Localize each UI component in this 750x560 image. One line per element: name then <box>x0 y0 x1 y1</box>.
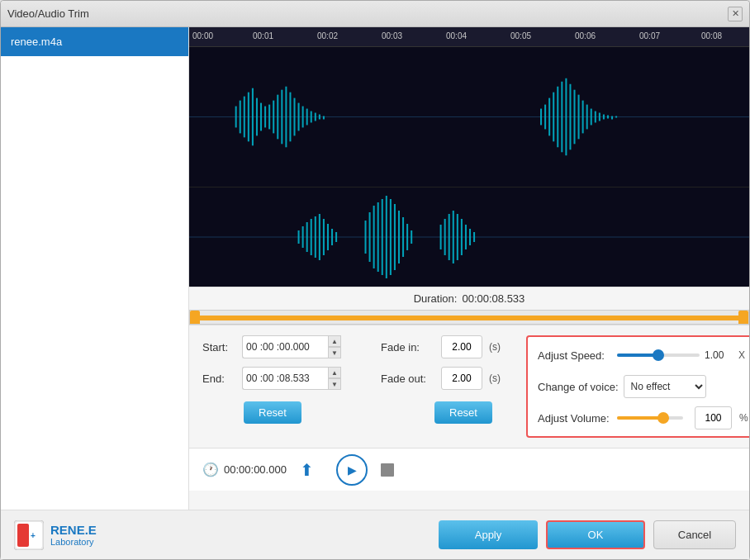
voice-row: Change of voice: No effect Male Female R… <box>538 375 749 398</box>
start-row: Start: ▲ ▼ <box>202 335 368 358</box>
start-up-btn[interactable]: ▲ <box>328 335 341 347</box>
waveform-area: 00:00 00:01 00:02 00:03 00:04 00:05 00:0… <box>189 27 749 325</box>
tick-1: 00:01 <box>253 31 273 40</box>
tick-4: 00:04 <box>446 31 467 40</box>
brand-subtitle: Laboratory <box>50 537 97 547</box>
play-main-icon: ▶ <box>348 463 357 477</box>
start-input[interactable] <box>242 335 329 358</box>
duration-label: Duration: <box>414 292 458 305</box>
waveform-upper-svg <box>189 47 749 187</box>
end-input[interactable] <box>242 367 329 390</box>
waveform-lower[interactable] <box>189 187 749 287</box>
volume-slider-fill <box>617 416 663 420</box>
waveform-lower-svg <box>189 187 749 287</box>
main-window: Video/Audio Trim ✕ renee.m4a 00:00 00:01… <box>0 0 750 560</box>
fade-in-label: Fade in: <box>381 341 434 354</box>
brand-text: RENE.E Laboratory <box>50 523 97 547</box>
footer-buttons: Apply OK Cancel <box>439 520 736 549</box>
duration-bar: Duration: 00:00:08.533 <box>189 287 749 310</box>
cancel-button[interactable]: Cancel <box>653 520 736 549</box>
end-input-wrapper: ▲ ▼ <box>242 367 341 390</box>
controls-right: Adjust Speed: 1.00 X ▶ Change of v <box>526 335 749 438</box>
start-down-btn[interactable]: ▼ <box>328 347 341 358</box>
tick-5: 00:05 <box>510 31 531 40</box>
reset-row-2: Reset <box>381 398 513 424</box>
play-main-button[interactable]: ▶ <box>336 454 368 486</box>
end-row: End: ▲ ▼ <box>202 367 368 390</box>
fade-out-unit: (s) <box>489 373 501 384</box>
voice-label: Change of voice: <box>538 381 619 393</box>
fade-in-row: Fade in: (s) <box>381 335 513 358</box>
speed-row: Adjust Speed: 1.00 X ▶ <box>538 344 749 367</box>
end-spinners: ▲ ▼ <box>328 367 341 390</box>
export-button[interactable]: ⬆ <box>300 458 323 482</box>
tick-8: 00:08 <box>701 31 722 40</box>
reset-button-1[interactable]: Reset <box>244 401 301 424</box>
end-down-btn[interactable]: ▼ <box>328 378 341 390</box>
volume-unit: % <box>739 412 748 424</box>
waveform-upper[interactable] <box>189 47 749 187</box>
ok-button[interactable]: OK <box>546 520 645 549</box>
window-title: Video/Audio Trim <box>7 7 89 20</box>
footer: + RENE.E Laboratory Apply OK Cancel <box>1 510 749 559</box>
tick-7: 00:07 <box>639 31 660 40</box>
speed-slider-thumb[interactable] <box>653 349 664 361</box>
speed-slider-track[interactable] <box>617 354 700 357</box>
playback-time: 🕐 00:00:00.000 <box>202 462 287 477</box>
trim-range <box>190 316 748 320</box>
end-label: End: <box>202 373 235 385</box>
tick-0: 00:00 <box>192 31 213 40</box>
start-input-wrapper: ▲ ▼ <box>242 335 341 358</box>
fade-out-input[interactable] <box>441 367 482 390</box>
right-panel: 00:00 00:01 00:02 00:03 00:04 00:05 00:0… <box>189 27 749 510</box>
playback-time-value: 00:00:00.000 <box>224 463 287 476</box>
start-spinners: ▲ ▼ <box>328 335 341 358</box>
stop-button[interactable] <box>381 463 394 477</box>
export-icon: ⬆ <box>300 460 314 480</box>
brand-logo: + RENE.E Laboratory <box>14 520 97 550</box>
svg-rect-80 <box>17 524 29 547</box>
trim-handle-right[interactable] <box>738 311 748 325</box>
fade-in-unit: (s) <box>489 341 501 353</box>
fade-in-input[interactable] <box>441 335 482 358</box>
svg-rect-41 <box>611 116 613 120</box>
brand-icon: + <box>14 520 44 550</box>
reset-row-1: Reset <box>202 398 368 424</box>
volume-row: Adjust Volume: % <box>538 406 749 429</box>
close-button[interactable]: ✕ <box>728 7 743 21</box>
volume-slider-thumb[interactable] <box>657 412 669 424</box>
tick-6: 00:06 <box>575 31 596 40</box>
main-content: renee.m4a 00:00 00:01 00:02 00:03 00:04 … <box>1 27 749 510</box>
duration-value: 00:00:08.533 <box>462 292 525 305</box>
svg-rect-23 <box>323 116 325 120</box>
fade-out-row: Fade out: (s) <box>381 367 513 390</box>
playback-bar: 🕐 00:00:00.000 ⬆ ▶ <box>189 448 749 491</box>
end-up-btn[interactable]: ▲ <box>328 367 341 378</box>
controls-area: Start: ▲ ▼ End: <box>189 325 749 448</box>
svg-text:+: + <box>31 531 36 540</box>
volume-input[interactable] <box>695 406 732 429</box>
reset-button-2[interactable]: Reset <box>434 401 492 424</box>
apply-button[interactable]: Apply <box>439 520 538 549</box>
speed-unit: X <box>738 349 745 361</box>
tick-2: 00:02 <box>317 31 338 40</box>
trim-handle-left[interactable] <box>190 311 200 325</box>
fade-out-label: Fade out: <box>381 373 434 385</box>
title-bar: Video/Audio Trim ✕ <box>1 1 749 27</box>
brand-name: RENE.E <box>50 523 97 537</box>
tick-3: 00:03 <box>382 31 402 40</box>
controls-middle: Fade in: (s) Fade out: (s) Reset <box>381 335 513 438</box>
trim-slider[interactable] <box>189 310 749 325</box>
sidebar-file-item[interactable]: renee.m4a <box>1 27 188 56</box>
timeline-ruler: 00:00 00:01 00:02 00:03 00:04 00:05 00:0… <box>189 27 749 47</box>
volume-slider-track[interactable] <box>617 416 683 420</box>
start-label: Start: <box>202 341 235 354</box>
sidebar: renee.m4a <box>1 27 189 510</box>
speed-label: Adjust Speed: <box>538 349 612 362</box>
clock-icon: 🕐 <box>202 462 219 477</box>
voice-select[interactable]: No effect Male Female Robot <box>624 375 706 398</box>
speed-value: 1.00 <box>705 349 733 361</box>
volume-label: Adjust Volume: <box>538 412 612 425</box>
controls-left: Start: ▲ ▼ End: <box>202 335 368 438</box>
